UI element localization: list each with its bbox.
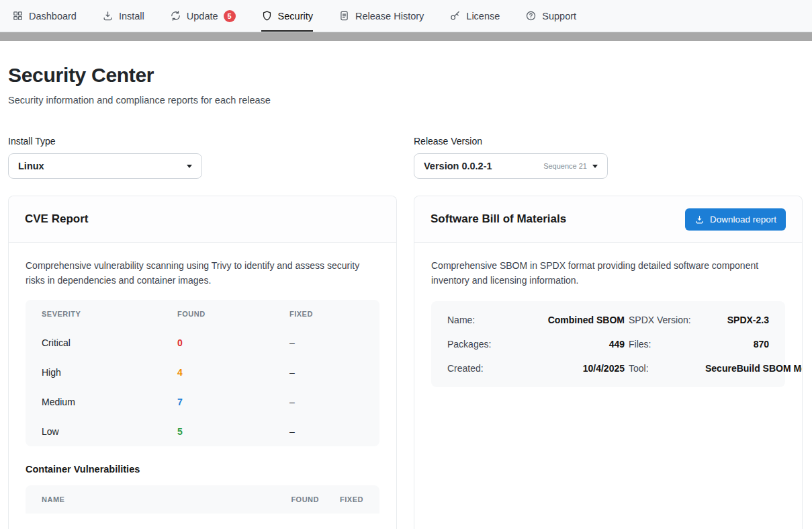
cve-report-title: CVE Report (25, 212, 88, 226)
found-count: 7 (177, 397, 289, 407)
cards-row: CVE Report Comprehensive vulnerability s… (8, 196, 803, 529)
severity-label: Low (42, 426, 177, 437)
security-shield-icon (261, 10, 273, 22)
fixed-count: – (289, 426, 363, 437)
sbom-field-label: Files: (629, 339, 701, 350)
download-report-label: Download report (710, 214, 776, 225)
nav-item-license[interactable]: License (449, 0, 500, 32)
sbom-field-label: Name: (447, 315, 506, 325)
table-row: Critical 0 – (26, 328, 379, 358)
main-content: Security Center Security information and… (0, 64, 812, 529)
install-icon (102, 10, 114, 22)
nav-label-security: Security (278, 11, 313, 22)
sbom-row: Created: 10/4/2025 Tool: SecureBuild SBO… (447, 356, 769, 380)
nav-label-dashboard: Dashboard (29, 11, 77, 22)
table-row: High 4 – (26, 358, 379, 387)
col-fixed: Fixed (319, 495, 363, 503)
nav-item-dashboard[interactable]: Dashboard (12, 0, 77, 32)
col-severity: Severity (42, 310, 177, 318)
page-title: Security Center (8, 64, 803, 87)
release-version-select[interactable]: Version 0.0.2-1 Sequence 21 (414, 153, 608, 179)
container-vulnerabilities-table: Name Found Fixed (26, 485, 379, 514)
update-icon (170, 10, 181, 22)
sbom-details-grid: Name: Combined SBOM SPDX Version: SPDX-2… (431, 301, 785, 387)
nav-label-license: License (466, 11, 500, 22)
download-report-button[interactable]: Download report (685, 208, 786, 231)
sbom-field-label: Created: (447, 363, 506, 374)
sbom-header: Software Bill of Materials Download repo… (414, 196, 802, 243)
page-subtitle: Security information and compliance repo… (8, 95, 803, 106)
nav-label-install: Install (119, 11, 144, 22)
nav-item-install[interactable]: Install (102, 0, 144, 32)
nav-item-security[interactable]: Security (261, 0, 313, 32)
sbom-field-value: 449 (510, 339, 625, 350)
found-count: 4 (177, 367, 289, 378)
sbom-field-value: Combined SBOM (510, 315, 625, 325)
chevron-down-icon (187, 165, 192, 168)
sbom-field-label: Packages: (447, 339, 506, 350)
severity-table: Severity Found Fixed Critical 0 – High 4… (26, 300, 379, 446)
install-type-filter: Install Type Linux (8, 136, 397, 179)
severity-table-header: Severity Found Fixed (26, 300, 379, 328)
release-version-value: Version 0.0.2-1 (424, 161, 492, 171)
cve-report-body: Comprehensive vulnerability scanning usi… (9, 243, 396, 529)
license-key-icon (449, 10, 461, 22)
install-type-select[interactable]: Linux (8, 153, 202, 179)
release-version-filter: Release Version Version 0.0.2-1 Sequence… (414, 136, 803, 179)
sbom-row: Name: Combined SBOM SPDX Version: SPDX-2… (447, 308, 769, 332)
table-row: Low 5 – (26, 417, 379, 446)
fixed-count: – (289, 397, 363, 407)
cve-report-header: CVE Report (9, 196, 396, 243)
nav-label-update: Update (187, 11, 218, 22)
fixed-count: – (289, 337, 363, 348)
sbom-field-value: SPDX-2.3 (705, 315, 769, 325)
sbom-field-value: 870 (705, 339, 769, 350)
container-vulnerabilities-title: Container Vulnerabilities (26, 464, 379, 475)
sequence-label: Sequence 21 (543, 162, 587, 170)
col-found: Found (259, 495, 319, 503)
sbom-row: Packages: 449 Files: 870 (447, 332, 769, 356)
install-type-value: Linux (18, 161, 44, 171)
col-fixed: Fixed (289, 310, 363, 318)
sbom-field-label: Tool: (629, 363, 701, 374)
release-history-icon (339, 10, 350, 22)
table-row: Medium 7 – (26, 387, 379, 417)
install-type-label: Install Type (8, 136, 397, 147)
release-version-label: Release Version (414, 136, 803, 147)
sbom-body: Comprehensive SBOM in SPDX format provid… (414, 243, 802, 403)
sbom-title: Software Bill of Materials (431, 212, 566, 226)
sbom-field-value: 10/4/2025 (510, 363, 625, 374)
severity-label: Critical (42, 337, 177, 348)
cve-report-card: CVE Report Comprehensive vulnerability s… (8, 196, 397, 529)
severity-label: High (42, 367, 177, 378)
sbom-field-label: SPDX Version: (629, 315, 701, 325)
banner-strip (0, 32, 812, 41)
sbom-field-value: SecureBuild SBOM Merger (705, 363, 803, 374)
update-count-badge: 5 (224, 10, 236, 22)
severity-label: Medium (42, 397, 177, 407)
chevron-down-icon (592, 165, 598, 168)
nav-item-release-history[interactable]: Release History (339, 0, 424, 32)
top-navigation: Dashboard Install Update 5 Security Rele… (0, 0, 812, 32)
cve-report-description: Comprehensive vulnerability scanning usi… (26, 259, 379, 288)
nav-label-release-history: Release History (355, 11, 424, 22)
download-icon (694, 214, 705, 225)
support-icon (525, 10, 537, 22)
container-table-header: Name Found Fixed (26, 485, 379, 514)
sbom-description: Comprehensive SBOM in SPDX format provid… (431, 259, 785, 288)
col-name: Name (42, 495, 259, 503)
nav-item-support[interactable]: Support (525, 0, 576, 32)
nav-item-update[interactable]: Update 5 (170, 0, 236, 32)
fixed-count: – (289, 367, 363, 378)
found-count: 0 (177, 337, 289, 348)
nav-label-support: Support (542, 11, 576, 22)
dashboard-icon (12, 10, 24, 22)
found-count: 5 (177, 426, 289, 437)
sbom-card: Software Bill of Materials Download repo… (414, 196, 803, 529)
filters-row: Install Type Linux Release Version Versi… (8, 136, 803, 179)
col-found: Found (177, 310, 289, 318)
